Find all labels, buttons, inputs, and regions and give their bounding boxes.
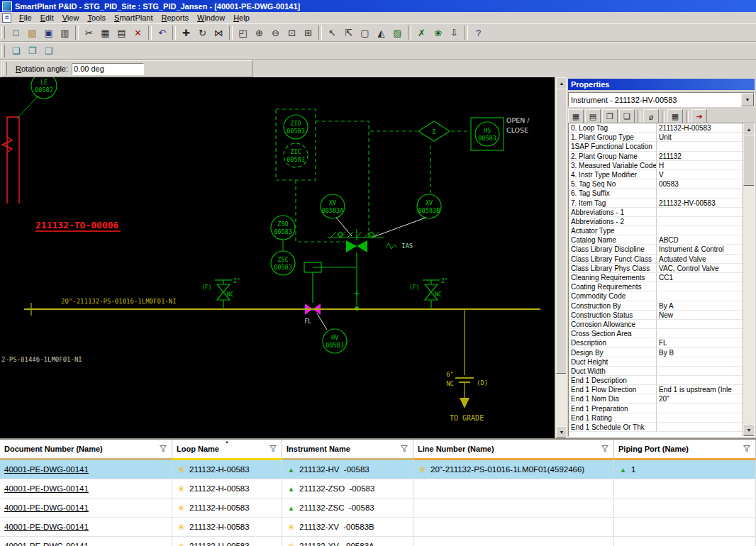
menu-item[interactable]: SmartPlant bbox=[110, 13, 157, 23]
property-row[interactable]: Class Library Phys Class VAC, Control Va… bbox=[569, 264, 743, 273]
document-link[interactable]: 40001-PE-DWG-00141 bbox=[4, 523, 89, 531]
left-pipe-label[interactable]: 2-PS-01446-1LM0F01-NI bbox=[1, 356, 82, 363]
property-value[interactable]: V bbox=[657, 170, 743, 179]
item-properties-button[interactable]: ▢ bbox=[357, 25, 373, 40]
property-value[interactable]: 211132-H-00583 bbox=[657, 123, 743, 133]
column-header[interactable]: Document Number (Name) bbox=[0, 440, 172, 460]
table-row[interactable]: 40001-PE-DWG-00141 211132-H-00583 211132… bbox=[0, 479, 756, 498]
property-row[interactable]: Duct Height bbox=[569, 357, 743, 367]
xv-a-instrument-bubble[interactable]: XV 00583A bbox=[321, 194, 345, 218]
property-value[interactable] bbox=[657, 282, 743, 291]
control-valve[interactable]: IAS bbox=[304, 229, 413, 311]
property-row[interactable]: Abbreviations - 1 bbox=[569, 208, 743, 217]
bookmark-button[interactable]: ◭ bbox=[373, 25, 389, 40]
nc-valve-right[interactable]: (F) 2" NC bbox=[409, 278, 448, 309]
property-value[interactable] bbox=[657, 320, 743, 329]
property-value[interactable] bbox=[657, 142, 743, 151]
property-value[interactable]: By B bbox=[657, 348, 743, 357]
property-row[interactable]: 1. Plant Group Type Unit bbox=[569, 133, 743, 142]
move-button[interactable]: ✚ bbox=[178, 25, 194, 40]
toolbar-grip[interactable] bbox=[1, 26, 5, 39]
property-row[interactable]: Actuator Type bbox=[569, 226, 743, 235]
xv-b-instrument-bubble[interactable]: XV 00583B bbox=[417, 194, 441, 218]
menu-item[interactable]: File bbox=[15, 13, 36, 23]
categorized-view-button[interactable]: ▦ bbox=[568, 109, 584, 124]
property-value[interactable]: 00583 bbox=[657, 179, 743, 189]
pan-button[interactable]: ⊞ bbox=[300, 25, 316, 40]
close-properties-button[interactable]: ➔ bbox=[691, 109, 707, 124]
zoom-in-button[interactable]: ⊕ bbox=[251, 25, 267, 40]
print-button[interactable]: ▥ bbox=[57, 25, 73, 40]
nc-valve-left[interactable]: (F) 2" NC bbox=[201, 278, 240, 309]
property-row[interactable]: Construction Status New bbox=[569, 311, 743, 320]
property-row[interactable]: 1SAP Functional Location bbox=[569, 142, 743, 151]
cut-button[interactable]: ✂ bbox=[81, 25, 97, 40]
separator[interactable] bbox=[148, 26, 152, 40]
property-value[interactable] bbox=[657, 404, 743, 413]
hv-instrument-bubble[interactable]: HV 00583 bbox=[323, 329, 347, 353]
property-value[interactable]: FL bbox=[657, 338, 743, 347]
separator[interactable] bbox=[229, 26, 233, 40]
property-row[interactable]: 4. Instr Type Modifier V bbox=[569, 170, 743, 179]
highlight-button[interactable]: ▨ bbox=[389, 25, 406, 40]
separator[interactable] bbox=[638, 111, 640, 123]
property-value[interactable] bbox=[657, 291, 743, 301]
property-value[interactable] bbox=[657, 208, 743, 217]
property-value[interactable]: Instrument & Control bbox=[657, 245, 743, 254]
property-value[interactable]: 211132-HV-00583 bbox=[657, 199, 743, 208]
toolbar2-button-3[interactable]: ❑ bbox=[40, 43, 57, 59]
toolbar-grip[interactable] bbox=[1, 45, 5, 57]
drawing-scrollbar[interactable]: ▲ ▼ bbox=[555, 77, 566, 438]
interlock-diamond[interactable]: I bbox=[418, 121, 450, 141]
separator[interactable] bbox=[318, 26, 322, 40]
property-row[interactable]: 7. Item Tag 211132-HV-00583 bbox=[569, 199, 743, 208]
mirror-button[interactable]: ⋈ bbox=[211, 25, 227, 40]
property-value[interactable] bbox=[657, 367, 743, 376]
zio-zic-instrument-group[interactable]: ZIO 00583 ZIC 00583 bbox=[276, 109, 316, 180]
separator[interactable] bbox=[172, 26, 176, 40]
property-row[interactable]: Abbreviations - 2 bbox=[569, 217, 743, 226]
property-row[interactable]: Design By By B bbox=[569, 348, 743, 357]
property-value[interactable] bbox=[657, 329, 743, 338]
column-header[interactable]: Instrument Name bbox=[282, 440, 413, 460]
select-filter-button[interactable]: ⇱ bbox=[340, 25, 357, 40]
property-row[interactable]: End 1 Description bbox=[569, 376, 743, 385]
chevron-down-icon[interactable]: ▼ bbox=[741, 93, 754, 106]
menu-item[interactable]: Reports bbox=[157, 13, 193, 23]
drain-line[interactable]: 6" NC (D) TO GRADE bbox=[446, 310, 488, 422]
separator[interactable] bbox=[75, 26, 79, 40]
menu-item[interactable]: Help bbox=[229, 13, 254, 23]
property-row[interactable]: Catalog Name ABCD bbox=[569, 235, 743, 245]
property-value[interactable] bbox=[657, 226, 743, 235]
offpage-connector[interactable] bbox=[2, 117, 19, 204]
toolbar2-button-1[interactable]: ❏ bbox=[8, 43, 24, 59]
main-pipe-run[interactable]: 20"-211132-PS-01016-1LM0F01-NI bbox=[24, 298, 540, 316]
scrollbar-thumb[interactable] bbox=[743, 135, 755, 186]
hs-instrument-bubble[interactable]: HS 00583 bbox=[471, 118, 504, 150]
table-row[interactable]: 40001-PE-DWG-00141 211132-H-00583 211132… bbox=[0, 460, 756, 479]
inline-valve-fl[interactable]: FL bbox=[304, 303, 321, 325]
property-value[interactable]: Unit bbox=[657, 133, 743, 142]
property-row[interactable]: End 1 Flow Direction End 1 is upstream (… bbox=[569, 385, 743, 394]
highlighted-line-label[interactable]: 211132-TO-00006 bbox=[35, 220, 121, 231]
rotate-button[interactable]: ↻ bbox=[194, 25, 211, 40]
property-row[interactable]: Class Library Discipline Instrument & Co… bbox=[569, 245, 743, 254]
table-row[interactable]: 40001-PE-DWG-00141 211132-H-00583 211132… bbox=[0, 537, 756, 546]
property-value[interactable] bbox=[657, 217, 743, 226]
renumber-button[interactable]: ⇩ bbox=[446, 25, 462, 40]
property-row[interactable]: 5. Tag Seq No 00583 bbox=[569, 179, 743, 189]
grid-view-button[interactable]: ▤ bbox=[585, 109, 601, 124]
new-button[interactable]: □ bbox=[8, 25, 24, 40]
property-row[interactable]: End 1 Schedule Or Thk bbox=[569, 423, 743, 432]
property-value[interactable]: Actuated Valve bbox=[657, 255, 743, 264]
separator[interactable] bbox=[465, 26, 468, 40]
property-value[interactable] bbox=[657, 413, 743, 423]
copy-button[interactable]: ▦ bbox=[97, 25, 113, 40]
property-row[interactable]: 2. Plant Group Name 211132 bbox=[569, 152, 743, 161]
properties-scrollbar[interactable]: ▲ ▼ bbox=[743, 123, 754, 436]
property-row[interactable]: Class Library Funct Class Actuated Valve bbox=[569, 255, 743, 264]
column-header[interactable]: Line Number (Name) bbox=[413, 440, 614, 460]
property-row[interactable]: Duct Width bbox=[569, 367, 743, 376]
separator[interactable] bbox=[662, 111, 665, 123]
table-row[interactable]: 40001-PE-DWG-00141 211132-H-00583 211132… bbox=[0, 518, 756, 537]
